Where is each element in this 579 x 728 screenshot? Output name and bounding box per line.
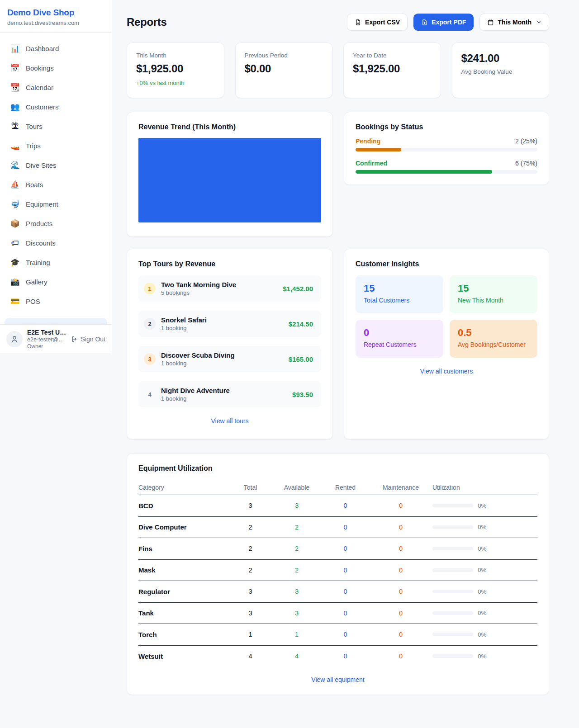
rank-badge: 2	[144, 318, 156, 330]
customer-insights-card: Customer Insights 15 Total Customers 15 …	[344, 249, 549, 440]
equipment-utilization-title: Equipment Utilization	[138, 464, 537, 473]
utilization-bar	[432, 547, 473, 550]
revenue-trend-title: Revenue Trend (This Month)	[138, 123, 321, 131]
sidebar-item-tours[interactable]: 🏝 Tours	[0, 117, 112, 136]
top-tours-card: Top Tours by Revenue 1 Two Tank Morning …	[127, 249, 333, 440]
tour-bookings: 1 booking	[161, 325, 283, 331]
sidebar-item-reports-active-partial[interactable]	[5, 318, 107, 324]
insight-label: Total Customers	[364, 297, 435, 304]
sidebar-item-boats[interactable]: ⛵ Boats	[0, 175, 112, 194]
main-content: Reports Export CSV Export PDF	[127, 0, 549, 695]
insight-tile-repeat-customers: 0 Repeat Customers	[356, 320, 443, 358]
period-select[interactable]: This Month	[479, 14, 549, 31]
revenue-trend-chart	[138, 138, 321, 222]
sign-out-button[interactable]: Sign Out	[71, 336, 105, 343]
sidebar-item-calendar[interactable]: 📆 Calendar	[0, 78, 112, 97]
sidebar-item-label: Gallery	[26, 278, 47, 286]
stat-card-year-to-date: Year to Date $1,925.00	[343, 43, 441, 98]
tour-name: Two Tank Morning Dive	[161, 281, 277, 288]
tour-amount: $165.00	[289, 355, 313, 363]
view-all-tours-link[interactable]: View all tours	[138, 417, 321, 425]
export-pdf-button[interactable]: Export PDF	[413, 14, 474, 31]
sidebar-item-label: Dashboard	[26, 45, 59, 52]
bookings-by-status-title: Bookings by Status	[356, 123, 537, 131]
insight-tile-new-this-month: 15 New This Month	[450, 275, 537, 313]
bookings-icon: 📅	[10, 64, 20, 72]
stat-delta: +0% vs last month	[136, 80, 215, 86]
utilization-bar	[432, 633, 473, 636]
tour-bookings: 5 bookings	[161, 289, 277, 296]
user-email: e2e-tester@…	[27, 336, 66, 343]
sidebar-item-bookings[interactable]: 📅 Bookings	[0, 58, 112, 78]
sidebar-item-products[interactable]: 📦 Products	[0, 214, 112, 233]
stat-card-avg-booking-value: $241.00 Avg Booking Value	[452, 43, 550, 98]
sidebar-item-label: Tours	[26, 123, 43, 130]
tour-row[interactable]: 3 Discover Scuba Diving 1 booking $165.0…	[138, 346, 321, 372]
sidebar-item-discounts[interactable]: 🏷 Discounts	[0, 233, 112, 253]
sidebar-item-customers[interactable]: 👥 Customers	[0, 97, 112, 117]
tour-name: Snorkel Safari	[161, 316, 283, 324]
person-icon	[10, 335, 19, 343]
sidebar-item-label: Discounts	[26, 239, 56, 247]
utilization-bar	[432, 568, 473, 572]
dashboard-icon: 📊	[10, 45, 20, 52]
calendar-icon: 📆	[10, 84, 20, 91]
equipment-utilization-card: Equipment Utilization Category Total Ava…	[127, 453, 549, 695]
table-row: Tank 3 3 0 0 0%	[138, 603, 537, 624]
rank-badge: 1	[144, 283, 156, 294]
export-csv-button[interactable]: Export CSV	[347, 14, 408, 31]
status-label: Pending	[356, 137, 380, 145]
user-role: Owner	[27, 343, 66, 350]
sidebar-item-training[interactable]: 🎓 Training	[0, 253, 112, 272]
top-tours-title: Top Tours by Revenue	[138, 260, 321, 268]
sidebar-item-trips[interactable]: 🚤 Trips	[0, 136, 112, 156]
utilization-bar	[432, 525, 473, 529]
sidebar-item-label: Customers	[26, 103, 59, 111]
tour-row[interactable]: 4 Night Dive Adventure 1 booking $93.50	[138, 381, 321, 407]
tour-bookings: 1 booking	[161, 395, 287, 402]
sidebar-item-label: Bookings	[26, 64, 54, 72]
gallery-icon: 📸	[10, 278, 20, 286]
tour-row[interactable]: 2 Snorkel Safari 1 booking $214.50	[138, 311, 321, 337]
insight-value: 0.5	[458, 327, 529, 339]
sidebar-item-label: Training	[26, 259, 50, 266]
sidebar-item-label: Dive Sites	[26, 161, 57, 169]
customer-insights-title: Customer Insights	[356, 260, 537, 268]
sidebar-item-gallery[interactable]: 📸 Gallery	[0, 272, 112, 292]
sidebar-item-label: Trips	[26, 142, 41, 150]
user-name: E2E Test U…	[27, 329, 66, 336]
stats-row: This Month $1,925.00 +0% vs last month P…	[127, 43, 549, 98]
stat-value: $241.00	[461, 52, 540, 65]
tour-name: Discover Scuba Diving	[161, 351, 283, 359]
stat-card-previous-period: Previous Period $0.00	[235, 43, 333, 98]
table-row: Mask 2 2 0 0 0%	[138, 560, 537, 581]
sidebar-item-dive-sites[interactable]: 🌊 Dive Sites	[0, 156, 112, 175]
utilization-bar	[432, 504, 473, 507]
sidebar-item-pos[interactable]: 💳 POS	[0, 292, 112, 311]
rank-badge: 4	[144, 388, 156, 400]
status-label: Confirmed	[356, 160, 387, 167]
trips-icon: 🚤	[10, 142, 20, 150]
page-title: Reports	[127, 16, 167, 28]
stat-value: $1,925.00	[353, 62, 432, 75]
tours-icon: 🏝	[10, 123, 20, 130]
sidebar-item-equipment[interactable]: 🤿 Equipment	[0, 194, 112, 214]
tour-row[interactable]: 1 Two Tank Morning Dive 5 bookings $1,45…	[138, 275, 321, 302]
utilization-bar	[432, 590, 473, 593]
sidebar-item-label: Calendar	[26, 84, 53, 91]
discounts-icon: 🏷	[10, 239, 20, 247]
table-row: Wetsuit 4 4 0 0 0%	[138, 646, 537, 667]
view-all-customers-link[interactable]: View all customers	[356, 368, 537, 375]
customers-icon: 👥	[10, 103, 20, 111]
equipment-table-header: Category Total Available Rented Maintena…	[138, 480, 537, 495]
file-download-icon	[355, 19, 361, 26]
status-bar-track	[356, 170, 537, 174]
header-actions: Export CSV Export PDF This Month	[347, 14, 549, 31]
insight-grid: 15 Total Customers 15 New This Month 0 R…	[356, 275, 537, 358]
insight-value: 0	[364, 327, 435, 339]
view-all-equipment-link[interactable]: View all equipment	[138, 676, 537, 683]
status-bar-fill	[356, 148, 401, 151]
tour-amount: $1,452.00	[283, 285, 313, 293]
sidebar-item-dashboard[interactable]: 📊 Dashboard	[0, 39, 112, 58]
chevron-down-icon	[536, 19, 541, 25]
